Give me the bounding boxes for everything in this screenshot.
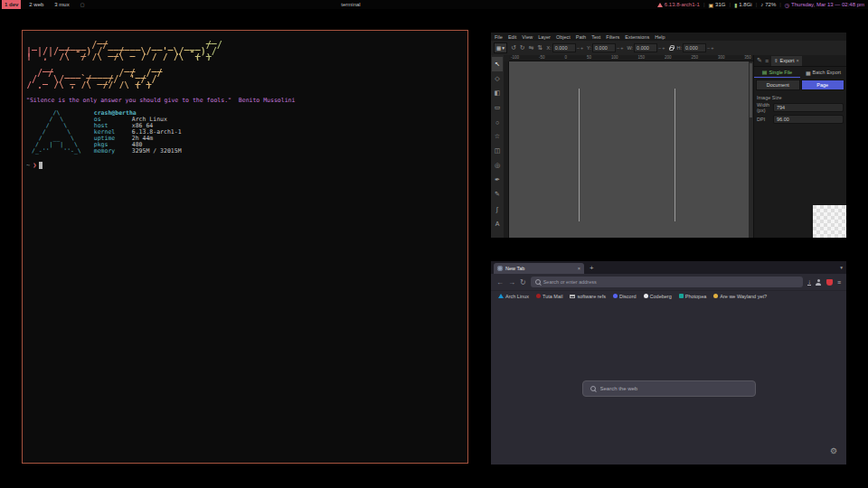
account-icon[interactable] [816,279,822,286]
document-button[interactable]: Document [756,80,800,90]
pencil-dock-icon[interactable]: ✎ [757,57,762,64]
horizontal-ruler: -100 -50 0 50 100 150 200 250 300 350 [509,55,753,61]
dpi-input[interactable] [773,115,844,124]
page-button[interactable]: Page [801,80,845,90]
new-tab-button[interactable]: + [590,264,594,272]
menu-help[interactable]: Help [655,34,665,40]
back-button[interactable]: ← [496,278,504,286]
fetch-key: memory [94,148,132,155]
tab-batch-export[interactable]: ▦ Batch Export [800,67,846,78]
y-minus-button[interactable]: − [617,45,619,51]
w-input[interactable]: 0.000 [634,43,657,52]
active-tab[interactable]: New Tab × [494,263,584,274]
y-input[interactable]: 0.000 [592,43,616,52]
menu-icon[interactable]: ≡ [837,279,841,286]
reload-button[interactable]: ↻ [520,278,526,286]
bookmarks-bar: Arch Linux Tuta Mail software refs Disco… [491,290,846,301]
page-settings-gear-icon[interactable]: ⚙ [830,446,837,455]
selector-tool[interactable]: ↖ [492,57,503,71]
lock-ratio-icon[interactable] [669,47,674,51]
url-bar[interactable] [531,277,804,287]
h-plus-button[interactable]: + [711,45,713,51]
fetch-value: 3295M / 32015M [132,148,182,155]
box-3d-tool[interactable]: ◫ [492,144,503,158]
x-plus-button[interactable]: + [580,45,583,51]
h-label: H: [677,45,683,51]
x-input[interactable]: 0.000 [552,43,576,52]
tab-single-file[interactable]: ▤ Single File [754,67,800,78]
web-search-input[interactable] [600,386,748,391]
menu-layer[interactable]: Layer [538,34,551,40]
spiral-tool[interactable]: ◎ [492,158,503,173]
workspace-label: 1 dev [5,0,18,9]
export-dialog-tab[interactable]: ⇧ Export × [771,56,802,66]
bookmark-wayland[interactable]: Are we Wayland yet? [713,294,767,299]
w-minus-button[interactable]: − [658,45,661,51]
menu-file[interactable]: File [495,34,503,40]
pencil-tool[interactable]: ✎ [492,187,503,202]
bookmark-tuta-mail[interactable]: Tuta Mail [536,294,562,299]
page-border-line [675,89,675,221]
flip-horizontal-icon[interactable]: ⇋ [529,44,534,52]
rectangle-tool[interactable]: ▭ [492,100,503,115]
empty-workspace-icon: ▢ [80,0,85,9]
menu-object[interactable]: Object [556,34,571,40]
workspace-mux[interactable]: 3 mux [52,0,71,9]
h-input[interactable]: 0.000 [683,43,706,52]
list-tabs-chevron-icon[interactable]: ▾ [840,265,843,270]
shell-prompt[interactable]: ~ ❯ [26,162,464,169]
text-tool[interactable]: A [492,216,503,230]
scrollbar-thumb[interactable] [750,63,752,117]
node-tool[interactable]: ◇ [492,71,503,86]
menu-view[interactable]: View [522,34,533,40]
menu-filters[interactable]: Filters [606,34,619,40]
rotate-cw-icon[interactable]: ↻ [520,44,525,52]
bookmark-codeberg[interactable]: Codeberg [644,294,672,299]
url-input[interactable] [543,279,799,285]
h-minus-button[interactable]: − [707,45,710,51]
calligraphy-tool[interactable]: ∫ [492,202,503,216]
menu-edit[interactable]: Edit [508,34,516,40]
kernel-module: 6.13.8-arch1-1 [657,2,700,7]
bookmark-photopea[interactable]: Photopea [679,294,707,299]
w-plus-button[interactable]: + [662,45,665,51]
forward-button[interactable]: → [508,278,515,286]
ublock-icon[interactable] [826,279,833,286]
shape-builder-tool[interactable]: ◧ [492,86,503,100]
ellipse-tool[interactable]: ○ [492,115,503,129]
browser-window[interactable]: New Tab × + ▾ ← → ↻ ↓ ≡ Arch Linux Tuta … [491,261,846,465]
downloads-icon[interactable]: ↓ [807,279,811,286]
close-icon[interactable]: × [796,58,798,63]
tab-close-icon[interactable]: × [578,266,580,271]
bookmark-label: Tuta Mail [542,294,562,299]
separator: | [703,2,705,7]
workspace-dev[interactable]: 1 dev [2,0,21,9]
terminal-window[interactable]: __ __ _ _____ / /______ __ _ ___ / / | |… [22,30,468,464]
y-plus-button[interactable]: + [620,45,623,51]
inkscape-window[interactable]: File Edit View Layer Object Path Text Fi… [491,33,846,238]
export-preview-thumbnail [813,205,846,238]
inkscape-canvas[interactable] [509,61,749,238]
star-tool[interactable]: ☆ [492,129,503,144]
bookmark-folder-software-refs[interactable]: software refs [570,294,605,299]
ruler-tick: 300 [718,55,725,61]
selection-mode-button[interactable]: ▦ ▾ [494,42,507,53]
volume-module[interactable]: ♪ 72% [760,2,776,7]
bookmark-label: Discord [619,294,637,299]
width-input[interactable] [773,103,844,112]
bookmark-discord[interactable]: Discord [613,294,637,299]
layers-dock-icon[interactable]: ≡ [765,58,769,64]
rotate-ccw-icon[interactable]: ↺ [511,44,516,52]
export-mode-tabs: ▤ Single File ▦ Batch Export [754,67,846,78]
x-minus-button[interactable]: − [577,45,580,51]
pen-tool[interactable]: ✒ [492,173,503,187]
bookmark-arch-linux[interactable]: Arch Linux [498,294,529,299]
menu-text[interactable]: Text [591,34,600,40]
flip-vertical-icon[interactable]: ⇅ [538,44,543,52]
status-modules: 6.13.8-arch1-1 | ▣ 31G | ▮ 1.8Gi | ♪ 72%… [657,2,868,8]
workspace-web[interactable]: 2 web [26,0,46,9]
menu-extensions[interactable]: Extensions [625,34,649,40]
web-search-bar[interactable] [582,380,756,397]
workspace-4[interactable]: ▢ [78,0,88,9]
menu-path[interactable]: Path [576,34,586,40]
